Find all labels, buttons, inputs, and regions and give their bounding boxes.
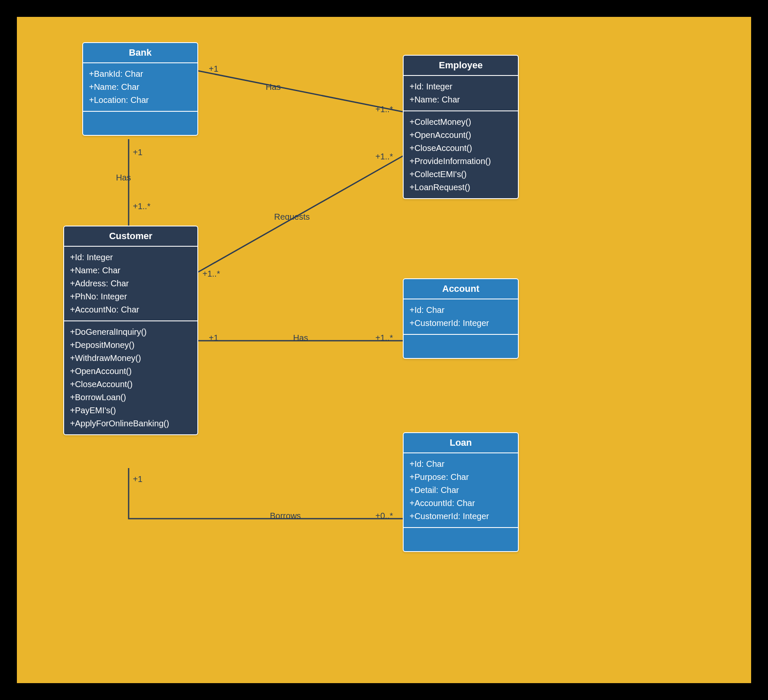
assoc-bank-cust: Has [116,173,131,183]
method: +LoanRequest() [410,181,512,194]
attr: +Id: Integer [70,251,191,264]
class-loan-attrs: +Id: Char +Purpose: Char +Detail: Char +… [404,453,518,528]
mult-cust-loan-1: +1 [133,474,143,484]
attr: +Purpose: Char [410,471,512,484]
attr: +Address: Char [70,277,191,290]
attr: +CustomerId: Integer [410,510,512,523]
class-customer: Customer +Id: Integer +Name: Char +Addre… [63,226,198,435]
class-account: Account +Id: Char +CustomerId: Integer [403,278,519,359]
method: +ProvideInformation() [410,155,512,168]
method: +CollectMoney() [410,116,512,129]
assoc-cust-loan: Borrows [270,511,301,521]
class-account-title: Account [404,279,518,299]
method: +CollectEMI's() [410,168,512,181]
attr: +BankId: Char [89,67,191,81]
method: +DoGeneralInquiry() [70,326,191,339]
method: +CloseAccount() [410,142,512,155]
attr: +Detail: Char [410,484,512,497]
method: +ApplyForOnlineBanking() [70,417,191,430]
class-bank: Bank +BankId: Char +Name: Char +Location… [82,42,198,136]
class-account-attrs: +Id: Char +CustomerId: Integer [404,299,518,335]
class-customer-attrs: +Id: Integer +Name: Char +Address: Char … [64,247,197,321]
attr: +Location: Char [89,94,191,107]
class-employee-title: Employee [404,56,518,76]
attr: +Id: Char [410,304,512,317]
attr: +Name: Char [89,81,191,94]
mult-bank-emp-2: +1..* [375,105,393,114]
class-employee-methods: +CollectMoney() +OpenAccount() +CloseAcc… [404,111,518,198]
class-customer-title: Customer [64,226,197,247]
attr: +Name: Char [410,93,512,106]
method: +WithdrawMoney() [70,352,191,365]
mult-cust-loan-2: +0..* [375,511,393,521]
mult-cust-emp-2: +1..* [375,152,393,162]
assoc-cust-acct: Has [293,333,308,343]
assoc-cust-emp: Requests [274,212,310,222]
class-employee-attrs: +Id: Integer +Name: Char [404,76,518,111]
attr: +Name: Char [70,264,191,277]
method: +PayEMI's() [70,404,191,417]
class-loan: Loan +Id: Char +Purpose: Char +Detail: C… [403,432,519,552]
class-employee: Employee +Id: Integer +Name: Char +Colle… [403,55,519,199]
attr: +CustomerId: Integer [410,317,512,330]
mult-cust-emp-1: +1..* [202,269,220,279]
class-bank-attrs: +BankId: Char +Name: Char +Location: Cha… [83,63,197,112]
attr: +Id: Char [410,458,512,471]
method: +DepositMoney() [70,339,191,352]
class-loan-title: Loan [404,433,518,453]
class-bank-methods [83,112,197,135]
attr: +PhNo: Integer [70,290,191,303]
mult-cust-acct-2: +1..* [375,333,393,343]
attr: +AccountId: Char [410,497,512,510]
assoc-bank-emp: Has [266,82,281,92]
class-account-methods [404,335,518,358]
attr: +Id: Integer [410,80,512,93]
class-loan-methods [404,528,518,551]
mult-bank-cust-2: +1..* [133,202,151,211]
attr: +AccountNo: Char [70,303,191,316]
class-bank-title: Bank [83,43,197,63]
uml-canvas: Bank +BankId: Char +Name: Char +Location… [17,17,751,683]
mult-cust-acct-1: +1 [209,333,218,343]
mult-bank-cust-1: +1 [133,148,143,157]
method: +OpenAccount() [70,365,191,378]
method: +OpenAccount() [410,129,512,142]
class-customer-methods: +DoGeneralInquiry() +DepositMoney() +Wit… [64,321,197,434]
mult-bank-emp-1: +1 [209,64,218,74]
method: +CloseAccount() [70,378,191,391]
method: +BorrowLoan() [70,391,191,404]
svg-line-0 [198,71,403,112]
